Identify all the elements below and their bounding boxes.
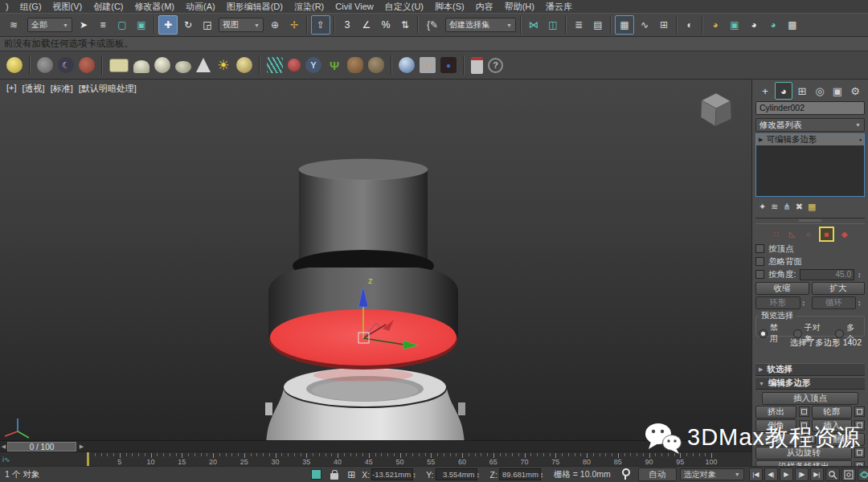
shrink-button[interactable]: 收缩 bbox=[755, 282, 809, 295]
mini-curve-editor-icon[interactable]: i∿ bbox=[2, 455, 10, 464]
align-icon[interactable]: ◫ bbox=[544, 16, 562, 34]
orbit-icon[interactable] bbox=[858, 468, 868, 481]
modifier-list-dropdown[interactable]: 修改器列表 ▼ bbox=[755, 118, 865, 132]
select-scale-icon[interactable]: ◲ bbox=[199, 16, 216, 34]
viewport-menu-shading[interactable]: [默认明暗处理] bbox=[79, 83, 137, 95]
object-name-field[interactable]: Cylinder002 bbox=[755, 101, 865, 115]
projector-icon[interactable] bbox=[79, 57, 95, 73]
rock-icon[interactable] bbox=[368, 57, 384, 73]
by-angle-checkbox[interactable]: 按角度: 45.0 ▴▾ bbox=[755, 269, 865, 280]
spinner-snap-icon[interactable]: ⇅ bbox=[396, 16, 414, 34]
menu-item[interactable]: 组(G) bbox=[14, 0, 47, 13]
set-key-icon[interactable] bbox=[622, 468, 630, 476]
menu-item[interactable]: 图形编辑器(D) bbox=[221, 0, 289, 13]
sky-sphere-icon[interactable] bbox=[236, 57, 252, 73]
menu-item[interactable]: 自定义(U) bbox=[379, 0, 429, 13]
menu-item[interactable]: 动画(A) bbox=[180, 0, 221, 13]
lock-selection-icon[interactable] bbox=[330, 473, 338, 480]
radio-disable[interactable] bbox=[759, 329, 768, 338]
y-coordinate-field[interactable]: 3.554mm bbox=[436, 468, 477, 480]
percent-snap-icon[interactable]: % bbox=[377, 16, 395, 34]
menu-item[interactable]: 修改器(M) bbox=[129, 0, 181, 13]
render-flyout-icon[interactable]: ▩ bbox=[784, 16, 801, 34]
edit-named-sets-icon[interactable]: {✎ bbox=[422, 16, 443, 34]
extrude-along-spline-button[interactable]: 沿样条线挤出 bbox=[755, 460, 852, 467]
auto-key-button[interactable]: 自动 bbox=[638, 468, 677, 481]
help-icon[interactable]: ? bbox=[488, 58, 503, 73]
bones-icon[interactable]: Y bbox=[305, 57, 321, 73]
outline-button[interactable]: 轮廓 bbox=[812, 406, 853, 419]
use-pivot-center-icon[interactable]: ⊕ bbox=[266, 16, 284, 34]
angle-value-field[interactable]: 45.0 bbox=[800, 269, 854, 280]
ignore-backfacing-checkbox[interactable]: 忽略背面 bbox=[755, 256, 865, 267]
stack-item-editable-poly[interactable]: ▶ 可编辑多边形 ▪ bbox=[756, 134, 864, 145]
tab-create[interactable]: + bbox=[757, 83, 773, 99]
viewport-menu-general[interactable]: [+] bbox=[6, 83, 17, 95]
select-by-name-icon[interactable]: ≡ bbox=[94, 16, 112, 34]
spinner-icon[interactable]: ▴▾ bbox=[541, 472, 547, 478]
grow-button[interactable]: 扩大 bbox=[812, 282, 866, 295]
tab-display[interactable]: ▣ bbox=[829, 83, 845, 99]
named-sets-dropdown[interactable]: 创建选择集▼ bbox=[445, 18, 516, 32]
snap-toggle-icon[interactable]: 3 bbox=[338, 16, 356, 34]
rollout-soft-selection[interactable]: ▶ 软选择 bbox=[755, 363, 865, 376]
tab-utilities[interactable]: ⚙ bbox=[847, 83, 863, 99]
scene-explorer-icon[interactable]: ≣ bbox=[570, 16, 588, 34]
viewport-menu-standard[interactable]: [标准] bbox=[51, 83, 73, 95]
extrude-button[interactable]: 挤出 bbox=[755, 406, 796, 419]
z-coordinate-field[interactable]: 89.681mm bbox=[499, 468, 541, 480]
light-icon[interactable] bbox=[6, 57, 23, 73]
isolate-toggle-icon[interactable] bbox=[311, 469, 321, 480]
angle-snap-icon[interactable]: ∠ bbox=[358, 16, 375, 34]
menu-item[interactable]: 脚本(S) bbox=[429, 0, 470, 13]
curve-editor-icon[interactable]: ∿ bbox=[636, 16, 653, 34]
plane-primitive-icon[interactable] bbox=[109, 59, 129, 72]
element-subobject-icon[interactable]: ◆ bbox=[839, 228, 850, 239]
time-slider-handle[interactable]: 0 / 100 bbox=[7, 442, 76, 451]
render-setup-icon[interactable]: ◕ bbox=[706, 16, 724, 34]
polygon-subobject-icon[interactable]: ■ bbox=[819, 227, 834, 242]
vertex-subobject-icon[interactable]: ∷ bbox=[771, 228, 782, 239]
view-cube[interactable] bbox=[701, 93, 731, 126]
select-rotate-icon[interactable]: ↻ bbox=[179, 16, 197, 34]
teapot-primitive-icon[interactable] bbox=[175, 61, 191, 73]
select-object-icon[interactable]: ➤ bbox=[75, 16, 92, 34]
show-end-result-icon[interactable]: ≋ bbox=[771, 202, 778, 212]
mirror-icon[interactable]: ⋈ bbox=[525, 16, 542, 34]
grass-icon[interactable]: Ψ bbox=[326, 57, 342, 73]
extrude-settings-icon[interactable] bbox=[799, 406, 809, 417]
tab-motion[interactable]: ◎ bbox=[812, 83, 828, 99]
prev-frame-button[interactable]: ◀| bbox=[764, 468, 778, 481]
sun-light-icon[interactable]: ☀ bbox=[215, 57, 231, 73]
menu-item[interactable]: 创建(C) bbox=[88, 0, 129, 13]
rain-particles-icon[interactable] bbox=[267, 57, 283, 73]
moon-light-icon[interactable]: ☾ bbox=[58, 57, 74, 73]
menu-item[interactable]: ) bbox=[0, 0, 14, 13]
pin-ball-icon[interactable] bbox=[288, 59, 301, 71]
play-button[interactable]: ▶ bbox=[780, 468, 793, 481]
transform-typein-icon[interactable]: ⊞ bbox=[347, 469, 355, 480]
locked-image-icon[interactable]: ▪ bbox=[420, 57, 436, 73]
dome-primitive-icon[interactable] bbox=[133, 60, 149, 73]
go-end-button[interactable]: ▶| bbox=[810, 468, 824, 481]
keyboard-override-icon[interactable]: ⇧ bbox=[311, 15, 330, 35]
spinner-icon[interactable]: ▴▾ bbox=[858, 300, 865, 306]
menu-item[interactable]: 内容 bbox=[470, 0, 499, 13]
zoom-extents-icon[interactable] bbox=[841, 468, 856, 481]
insert-vertex-button[interactable]: 插入顶点 bbox=[762, 392, 858, 405]
target-camera-icon[interactable] bbox=[37, 57, 53, 73]
panel-splitter[interactable] bbox=[755, 218, 865, 224]
menu-item[interactable]: 帮助(H) bbox=[499, 0, 540, 13]
key-filter-dropdown[interactable]: 选定对象 ▼ bbox=[680, 468, 744, 480]
select-manipulate-icon[interactable]: ✢ bbox=[285, 16, 303, 34]
by-vertex-checkbox[interactable]: 按顶点 bbox=[755, 243, 865, 254]
edge-subobject-icon[interactable]: ◺ bbox=[787, 228, 798, 239]
time-slider-track[interactable]: ◀ 0 / 100 ▶ bbox=[0, 440, 751, 452]
pin-stack-icon[interactable]: ✦ bbox=[759, 202, 766, 212]
zoom-icon[interactable] bbox=[825, 468, 840, 481]
material-editor-icon[interactable]: ◐ bbox=[681, 16, 698, 34]
loop-button[interactable]: 循环 bbox=[812, 296, 857, 309]
perspective-viewport[interactable]: [+] [透视] [标准] [默认明暗处理] bbox=[0, 80, 751, 440]
next-frame-nub[interactable]: ▶ bbox=[76, 442, 87, 451]
ref-coord-dropdown[interactable]: 视图▼ bbox=[219, 18, 264, 32]
